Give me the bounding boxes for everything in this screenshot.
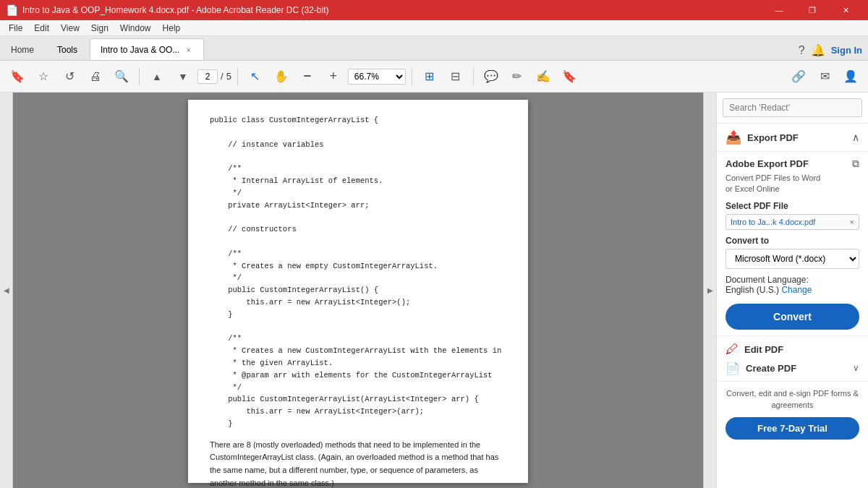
pdf-text-content: There are 8 (mostly overloaded) methods … — [210, 439, 506, 488]
search-input[interactable] — [723, 98, 862, 117]
sep2 — [237, 68, 238, 85]
adobe-export-title: Adobe Export PDF — [726, 158, 809, 169]
tab-home-label: Home — [11, 45, 34, 55]
select-pdf-label: Select PDF File — [726, 201, 859, 211]
tab-bar-right: ? 🔔 Sign In — [799, 43, 868, 60]
bottom-description: Convert, edit and e-sign PDF forms & agr… — [726, 388, 859, 411]
highlight-button[interactable]: ✍ — [532, 65, 555, 88]
edit-pdf-label: Edit PDF — [744, 344, 783, 355]
cursor-tool-button[interactable]: ↖ — [244, 65, 267, 88]
page-nav: / 5 — [197, 69, 231, 84]
pdf-area: public class CustomIntegerArrayList { //… — [13, 93, 703, 488]
trial-button[interactable]: Free 7-Day Trial — [726, 417, 859, 440]
tab-close-icon[interactable]: × — [184, 45, 192, 55]
convert-to-label: Convert to — [726, 236, 859, 246]
help-icon[interactable]: ? — [799, 44, 805, 57]
bottom-section: Convert, edit and e-sign PDF forms & agr… — [717, 382, 868, 445]
zoom-in-button[interactable]: + — [322, 65, 345, 88]
export-pdf-expanded: Adobe Export PDF ⧉ Convert PDF Files to … — [717, 152, 868, 336]
menu-edit[interactable]: Edit — [28, 22, 55, 35]
close-button[interactable]: ✕ — [829, 0, 862, 20]
app-icon: 📄 — [6, 4, 18, 16]
tab-home[interactable]: Home — [0, 38, 45, 60]
sep1 — [139, 68, 140, 85]
hand-tool-button[interactable]: ✋ — [270, 65, 293, 88]
sep4 — [473, 68, 474, 85]
rotate-button[interactable]: ↺ — [58, 65, 81, 88]
main-layout: ◀ public class CustomIntegerArrayList { … — [0, 93, 868, 488]
menu-bar: File Edit View Sign Window Help — [0, 20, 868, 36]
left-sidebar-toggle[interactable]: ◀ — [0, 93, 13, 488]
file-chip-close-icon[interactable]: × — [850, 218, 854, 226]
convert-button[interactable]: Convert — [726, 304, 859, 330]
toolbar: 🔖 ☆ ↺ 🖨 🔍 ▲ ▼ / 5 ↖ ✋ − + 66.7% 50% 75% … — [0, 61, 868, 93]
comment-button[interactable]: 💬 — [480, 65, 503, 88]
copy-icon[interactable]: ⧉ — [852, 158, 859, 170]
restore-button[interactable]: ❐ — [796, 0, 829, 20]
adobe-export-header: Adobe Export PDF ⧉ — [726, 158, 859, 170]
sign-in-button[interactable]: Sign In — [831, 45, 862, 56]
convert-format-select[interactable]: Microsoft Word (*.docx) Microsoft Excel … — [726, 249, 859, 269]
window-title: Intro to Java & OOP_Homework 4.docx.pdf … — [22, 5, 762, 15]
right-sidebar-toggle[interactable]: ▶ — [703, 93, 716, 488]
tab-tools-label: Tools — [57, 45, 77, 55]
star-button[interactable]: ☆ — [32, 65, 55, 88]
menu-help[interactable]: Help — [157, 22, 187, 35]
bookmark-button[interactable]: 🔖 — [6, 65, 29, 88]
page-total: 5 — [226, 71, 231, 82]
sidebar-search-area — [717, 93, 868, 124]
create-pdf-icon: 📄 — [726, 361, 740, 375]
edit-pdf-section: 🖊 Edit PDF 📄 Create PDF ∨ — [717, 336, 868, 382]
draw-button[interactable]: ✏ — [506, 65, 529, 88]
export-pdf-header-left: 📤 Export PDF — [726, 129, 799, 145]
export-pdf-label: Export PDF — [747, 132, 799, 143]
next-page-button[interactable]: ▼ — [171, 65, 195, 88]
menu-file[interactable]: File — [3, 22, 28, 35]
zoom-select[interactable]: 66.7% 50% 75% 100% 125% 150% 200% — [348, 69, 406, 85]
manage-button[interactable]: 👤 — [839, 65, 862, 88]
export-pdf-description: Convert PDF Files to Word or Excel Onlin… — [726, 173, 859, 195]
fit-page-button[interactable]: ⊞ — [418, 65, 441, 88]
export-chevron-icon: ∧ — [852, 132, 859, 143]
change-language-link[interactable]: Change — [781, 285, 812, 295]
notifications-icon[interactable]: 🔔 — [811, 43, 825, 57]
tab-bar: Home Tools Intro to Java & OO... × ? 🔔 S… — [0, 36, 868, 61]
pdf-page: public class CustomIntegerArrayList { //… — [188, 100, 528, 483]
pdf-paragraph: There are 8 (mostly overloaded) methods … — [210, 439, 506, 488]
create-pdf-row: 📄 Create PDF ∨ — [726, 361, 859, 375]
title-bar: 📄 Intro to Java & OOP_Homework 4.docx.pd… — [0, 0, 868, 20]
file-chip: Intro to Ja...k 4.docx.pdf × — [726, 214, 859, 230]
export-pdf-header-collapsed[interactable]: 📤 Export PDF ∧ — [717, 124, 868, 152]
sep3 — [412, 68, 412, 85]
create-chevron-icon: ∨ — [853, 363, 859, 373]
right-sidebar: 📤 Export PDF ∧ Adobe Export PDF ⧉ Conver… — [716, 93, 868, 488]
share-button[interactable]: 🔗 — [787, 65, 810, 88]
email-button[interactable]: ✉ — [813, 65, 836, 88]
window-controls: — ❐ ✕ — [762, 0, 862, 20]
zoom-out-button[interactable]: − — [296, 65, 319, 88]
file-chip-name: Intro to Ja...k 4.docx.pdf — [731, 218, 815, 226]
export-pdf-icon: 📤 — [726, 129, 741, 145]
page-sep: / — [221, 71, 224, 82]
tab-tools[interactable]: Tools — [46, 38, 88, 60]
page-input[interactable] — [197, 69, 218, 84]
menu-window[interactable]: Window — [114, 22, 157, 35]
edit-pdf-icon: 🖊 — [726, 342, 739, 357]
right-toggle-icon: ▶ — [707, 286, 713, 294]
edit-pdf-row: 🖊 Edit PDF — [726, 342, 859, 357]
menu-sign[interactable]: Sign — [85, 22, 114, 35]
print-button[interactable]: 🖨 — [84, 65, 107, 88]
menu-view[interactable]: View — [55, 22, 85, 35]
tab-active-doc[interactable]: Intro to Java & OO... × — [90, 38, 204, 60]
pdf-code-block: public class CustomIntegerArrayList { //… — [210, 114, 506, 430]
minimize-button[interactable]: — — [762, 0, 796, 20]
tab-active-label: Intro to Java & OO... — [101, 45, 179, 55]
scroll-mode-button[interactable]: ⊟ — [444, 65, 467, 88]
left-toggle-icon: ◀ — [4, 286, 9, 294]
search-button[interactable]: 🔍 — [110, 65, 133, 88]
create-pdf-label: Create PDF — [746, 363, 796, 374]
document-language: Document Language: English (U.S.) Change — [726, 275, 859, 295]
stamp-button[interactable]: 🔖 — [558, 65, 581, 88]
prev-page-button[interactable]: ▲ — [145, 65, 169, 88]
